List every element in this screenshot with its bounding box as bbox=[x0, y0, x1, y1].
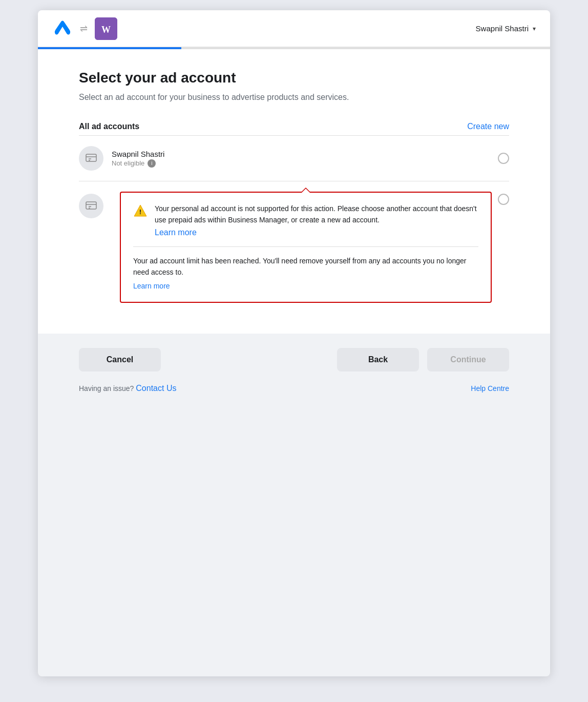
account-status-text-1: Not eligible bbox=[112, 159, 144, 167]
main-window: ⇌ W Swapnil Shastri ▾ Select your ad acc… bbox=[38, 10, 550, 676]
warning-text-1: Your personal ad account is not supporte… bbox=[155, 203, 478, 237]
svg-rect-8 bbox=[86, 202, 96, 209]
warning-triangle-icon: ! bbox=[133, 204, 148, 219]
action-buttons: Cancel Back Continue bbox=[79, 348, 509, 371]
svg-point-0 bbox=[55, 30, 58, 34]
all-ad-accounts-label: All ad accounts bbox=[79, 122, 139, 131]
radio-button-2[interactable] bbox=[498, 194, 509, 205]
woo-logo-icon: W bbox=[95, 17, 117, 40]
account-info-1: Swapnil Shastri Not eligible i bbox=[112, 150, 498, 168]
continue-button[interactable]: Continue bbox=[427, 348, 509, 371]
user-menu[interactable]: Swapnil Shastri ▾ bbox=[476, 24, 536, 33]
contact-us-link-text[interactable]: Contact Us bbox=[136, 384, 176, 393]
connector-icon: ⇌ bbox=[80, 23, 88, 34]
svg-text:!: ! bbox=[139, 208, 141, 216]
footer-links: Having an issue? Contact Us Help Centre bbox=[79, 384, 509, 393]
account-row-1[interactable]: Swapnil Shastri Not eligible i bbox=[79, 136, 509, 181]
account-status-1: Not eligible i bbox=[112, 159, 498, 168]
create-new-button[interactable]: Create new bbox=[467, 122, 509, 131]
svg-rect-4 bbox=[86, 154, 96, 161]
warning-section-1: ! Your personal ad account is not suppor… bbox=[133, 203, 478, 237]
warning-message-1: Your personal ad account is not supporte… bbox=[155, 203, 478, 226]
back-button[interactable]: Back bbox=[337, 348, 419, 371]
error-box: ! Your personal ad account is not suppor… bbox=[120, 192, 492, 303]
learn-more-link-2[interactable]: Learn more bbox=[133, 280, 478, 292]
help-centre-link[interactable]: Help Centre bbox=[471, 384, 509, 393]
footer-issue-section: Having an issue? Contact Us bbox=[79, 384, 176, 393]
page-subtitle: Select an ad account for your business t… bbox=[79, 91, 509, 104]
cancel-button[interactable]: Cancel bbox=[79, 348, 161, 371]
footer-issue-text: Having an issue? bbox=[79, 384, 136, 393]
error-divider bbox=[133, 246, 478, 247]
user-dropdown-arrow-icon: ▾ bbox=[533, 25, 536, 32]
header: ⇌ W Swapnil Shastri ▾ bbox=[38, 10, 550, 47]
account-name-1: Swapnil Shastri bbox=[112, 150, 498, 158]
radio-button-1[interactable] bbox=[498, 153, 509, 164]
account-icon-2 bbox=[79, 194, 103, 218]
main-content: Select your ad account Select an ad acco… bbox=[38, 49, 550, 334]
user-name: Swapnil Shastri bbox=[476, 24, 529, 33]
page-title: Select your ad account bbox=[79, 70, 509, 86]
info-icon-1[interactable]: i bbox=[148, 159, 156, 168]
svg-point-1 bbox=[67, 30, 70, 34]
tooltip-arrow bbox=[301, 188, 311, 193]
meta-logo-icon bbox=[52, 18, 73, 39]
header-logos: ⇌ W bbox=[52, 17, 117, 40]
bottom-section: Cancel Back Continue Having an issue? Co… bbox=[38, 334, 550, 407]
account-row-2[interactable]: ! Your personal ad account is not suppor… bbox=[79, 181, 509, 313]
section-header: All ad accounts Create new bbox=[79, 122, 509, 131]
limit-section: Your ad account limit has been reached. … bbox=[133, 255, 478, 292]
account-icon-1 bbox=[79, 146, 103, 171]
limit-message: Your ad account limit has been reached. … bbox=[133, 255, 478, 278]
learn-more-link-1[interactable]: Learn more bbox=[155, 228, 478, 237]
svg-text:W: W bbox=[101, 25, 111, 35]
